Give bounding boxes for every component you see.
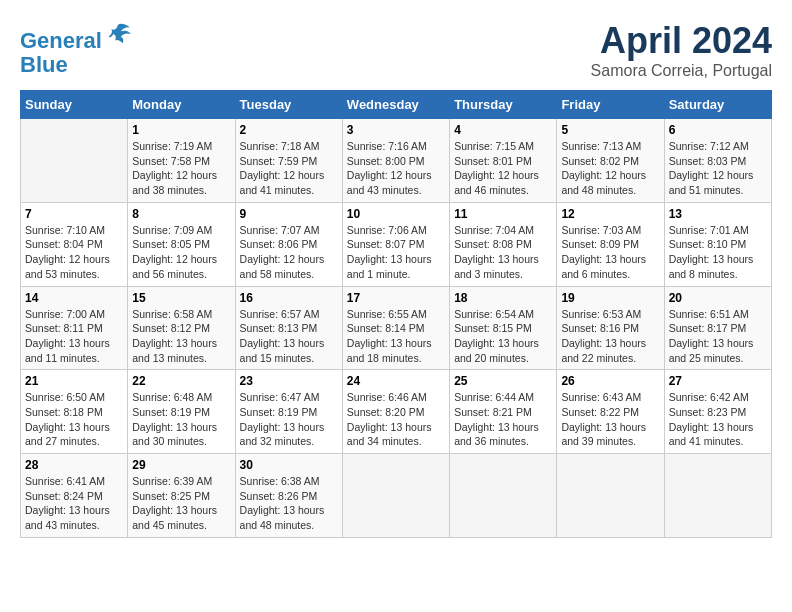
calendar-cell: 24Sunrise: 6:46 AMSunset: 8:20 PMDayligh… (342, 370, 449, 454)
day-number: 4 (454, 123, 552, 137)
column-header-wednesday: Wednesday (342, 91, 449, 119)
day-number: 12 (561, 207, 659, 221)
calendar-cell: 21Sunrise: 6:50 AMSunset: 8:18 PMDayligh… (21, 370, 128, 454)
calendar-cell: 15Sunrise: 6:58 AMSunset: 8:12 PMDayligh… (128, 286, 235, 370)
logo-bird-icon (104, 20, 132, 48)
day-number: 11 (454, 207, 552, 221)
calendar-cell: 28Sunrise: 6:41 AMSunset: 8:24 PMDayligh… (21, 454, 128, 538)
day-info: Sunrise: 7:09 AMSunset: 8:05 PMDaylight:… (132, 223, 230, 282)
calendar-cell: 14Sunrise: 7:00 AMSunset: 8:11 PMDayligh… (21, 286, 128, 370)
day-number: 10 (347, 207, 445, 221)
calendar-cell: 22Sunrise: 6:48 AMSunset: 8:19 PMDayligh… (128, 370, 235, 454)
calendar-cell: 13Sunrise: 7:01 AMSunset: 8:10 PMDayligh… (664, 202, 771, 286)
day-number: 3 (347, 123, 445, 137)
day-number: 25 (454, 374, 552, 388)
day-number: 19 (561, 291, 659, 305)
calendar-cell: 7Sunrise: 7:10 AMSunset: 8:04 PMDaylight… (21, 202, 128, 286)
calendar-cell: 23Sunrise: 6:47 AMSunset: 8:19 PMDayligh… (235, 370, 342, 454)
calendar-week-2: 7Sunrise: 7:10 AMSunset: 8:04 PMDaylight… (21, 202, 772, 286)
day-number: 21 (25, 374, 123, 388)
calendar-cell: 1Sunrise: 7:19 AMSunset: 7:58 PMDaylight… (128, 119, 235, 203)
day-number: 27 (669, 374, 767, 388)
calendar-cell (342, 454, 449, 538)
day-info: Sunrise: 7:03 AMSunset: 8:09 PMDaylight:… (561, 223, 659, 282)
day-info: Sunrise: 6:38 AMSunset: 8:26 PMDaylight:… (240, 474, 338, 533)
day-number: 22 (132, 374, 230, 388)
day-info: Sunrise: 7:19 AMSunset: 7:58 PMDaylight:… (132, 139, 230, 198)
calendar-cell: 16Sunrise: 6:57 AMSunset: 8:13 PMDayligh… (235, 286, 342, 370)
day-info: Sunrise: 6:47 AMSunset: 8:19 PMDaylight:… (240, 390, 338, 449)
day-info: Sunrise: 6:39 AMSunset: 8:25 PMDaylight:… (132, 474, 230, 533)
day-info: Sunrise: 6:46 AMSunset: 8:20 PMDaylight:… (347, 390, 445, 449)
day-number: 8 (132, 207, 230, 221)
calendar-cell (664, 454, 771, 538)
day-number: 9 (240, 207, 338, 221)
day-number: 15 (132, 291, 230, 305)
day-info: Sunrise: 7:13 AMSunset: 8:02 PMDaylight:… (561, 139, 659, 198)
day-number: 20 (669, 291, 767, 305)
day-number: 14 (25, 291, 123, 305)
day-info: Sunrise: 6:53 AMSunset: 8:16 PMDaylight:… (561, 307, 659, 366)
day-info: Sunrise: 6:57 AMSunset: 8:13 PMDaylight:… (240, 307, 338, 366)
day-info: Sunrise: 6:48 AMSunset: 8:19 PMDaylight:… (132, 390, 230, 449)
day-info: Sunrise: 7:16 AMSunset: 8:00 PMDaylight:… (347, 139, 445, 198)
logo: General Blue (20, 20, 132, 77)
day-number: 13 (669, 207, 767, 221)
column-header-friday: Friday (557, 91, 664, 119)
calendar-cell: 19Sunrise: 6:53 AMSunset: 8:16 PMDayligh… (557, 286, 664, 370)
day-number: 23 (240, 374, 338, 388)
calendar-cell: 27Sunrise: 6:42 AMSunset: 8:23 PMDayligh… (664, 370, 771, 454)
calendar-cell (450, 454, 557, 538)
calendar-week-1: 1Sunrise: 7:19 AMSunset: 7:58 PMDaylight… (21, 119, 772, 203)
calendar-cell: 18Sunrise: 6:54 AMSunset: 8:15 PMDayligh… (450, 286, 557, 370)
day-info: Sunrise: 6:44 AMSunset: 8:21 PMDaylight:… (454, 390, 552, 449)
calendar-week-3: 14Sunrise: 7:00 AMSunset: 8:11 PMDayligh… (21, 286, 772, 370)
calendar-cell: 26Sunrise: 6:43 AMSunset: 8:22 PMDayligh… (557, 370, 664, 454)
day-info: Sunrise: 7:12 AMSunset: 8:03 PMDaylight:… (669, 139, 767, 198)
calendar-cell: 12Sunrise: 7:03 AMSunset: 8:09 PMDayligh… (557, 202, 664, 286)
logo-line2: Blue (20, 53, 132, 77)
logo-text: General (20, 20, 132, 53)
calendar-header-row: SundayMondayTuesdayWednesdayThursdayFrid… (21, 91, 772, 119)
column-header-sunday: Sunday (21, 91, 128, 119)
day-info: Sunrise: 7:18 AMSunset: 7:59 PMDaylight:… (240, 139, 338, 198)
header: General Blue April 2024 Samora Correia, … (20, 20, 772, 80)
calendar-cell: 25Sunrise: 6:44 AMSunset: 8:21 PMDayligh… (450, 370, 557, 454)
column-header-monday: Monday (128, 91, 235, 119)
title-area: April 2024 Samora Correia, Portugal (591, 20, 772, 80)
day-info: Sunrise: 6:58 AMSunset: 8:12 PMDaylight:… (132, 307, 230, 366)
column-header-thursday: Thursday (450, 91, 557, 119)
day-number: 18 (454, 291, 552, 305)
day-number: 26 (561, 374, 659, 388)
main-title: April 2024 (591, 20, 772, 62)
calendar-cell: 6Sunrise: 7:12 AMSunset: 8:03 PMDaylight… (664, 119, 771, 203)
logo-line1: General (20, 28, 102, 53)
calendar-cell: 20Sunrise: 6:51 AMSunset: 8:17 PMDayligh… (664, 286, 771, 370)
day-info: Sunrise: 6:54 AMSunset: 8:15 PMDaylight:… (454, 307, 552, 366)
calendar-cell (557, 454, 664, 538)
calendar-cell: 9Sunrise: 7:07 AMSunset: 8:06 PMDaylight… (235, 202, 342, 286)
day-info: Sunrise: 7:06 AMSunset: 8:07 PMDaylight:… (347, 223, 445, 282)
calendar-cell: 5Sunrise: 7:13 AMSunset: 8:02 PMDaylight… (557, 119, 664, 203)
subtitle: Samora Correia, Portugal (591, 62, 772, 80)
day-number: 6 (669, 123, 767, 137)
calendar-cell: 2Sunrise: 7:18 AMSunset: 7:59 PMDaylight… (235, 119, 342, 203)
column-header-tuesday: Tuesday (235, 91, 342, 119)
column-header-saturday: Saturday (664, 91, 771, 119)
day-info: Sunrise: 7:15 AMSunset: 8:01 PMDaylight:… (454, 139, 552, 198)
day-number: 16 (240, 291, 338, 305)
day-number: 7 (25, 207, 123, 221)
day-number: 1 (132, 123, 230, 137)
calendar-cell: 30Sunrise: 6:38 AMSunset: 8:26 PMDayligh… (235, 454, 342, 538)
day-info: Sunrise: 7:04 AMSunset: 8:08 PMDaylight:… (454, 223, 552, 282)
day-number: 28 (25, 458, 123, 472)
calendar-week-4: 21Sunrise: 6:50 AMSunset: 8:18 PMDayligh… (21, 370, 772, 454)
calendar-cell: 11Sunrise: 7:04 AMSunset: 8:08 PMDayligh… (450, 202, 557, 286)
calendar-cell (21, 119, 128, 203)
day-info: Sunrise: 6:43 AMSunset: 8:22 PMDaylight:… (561, 390, 659, 449)
day-info: Sunrise: 6:55 AMSunset: 8:14 PMDaylight:… (347, 307, 445, 366)
calendar-cell: 3Sunrise: 7:16 AMSunset: 8:00 PMDaylight… (342, 119, 449, 203)
day-number: 17 (347, 291, 445, 305)
calendar-cell: 10Sunrise: 7:06 AMSunset: 8:07 PMDayligh… (342, 202, 449, 286)
calendar-table: SundayMondayTuesdayWednesdayThursdayFrid… (20, 90, 772, 538)
